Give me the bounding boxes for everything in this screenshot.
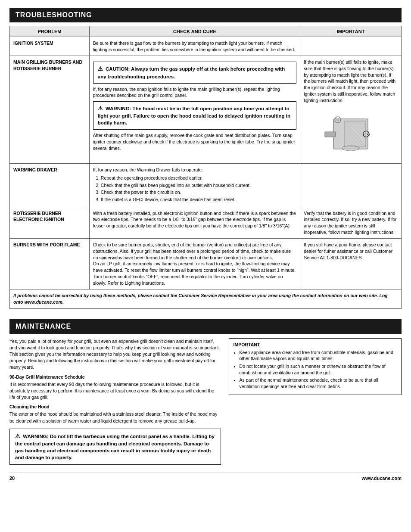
problem-label: IGNITION SYSTEM [10, 37, 90, 56]
page-footer: 20 www.ducane.com [9, 473, 402, 481]
list-item: As part of the normal maintenance schedu… [240, 377, 397, 389]
svg-point-15 [336, 118, 339, 121]
important-box-title: IMPORTANT [234, 342, 397, 347]
caution-icon: ⚠ [98, 65, 103, 72]
caution-block: ⚠ CAUTION: Always turn the gas supply of… [93, 62, 296, 83]
warning-icon: ⚠ [98, 105, 103, 112]
troubleshooting-table: PROBLEM CHECK and CURE IMPORTANT IGNITIO… [9, 26, 402, 309]
troubleshooting-title: TROUBLESHOOTING [9, 8, 402, 22]
list-item: Keep appliance area clear and free from … [240, 349, 397, 362]
burner-diagram-svg: A [321, 110, 381, 158]
col-header-problem: PROBLEM [10, 26, 90, 37]
list-item: Check that the grill has been plugged in… [101, 182, 296, 189]
website-url: www.ducane.com [361, 476, 402, 481]
warning-content: WARNING: Do not lift the barbecue using … [15, 434, 215, 460]
important-text: If the main burner(s) still fails to ign… [304, 59, 398, 103]
problem-label: ROTISSERIE BURNER ELECTRONIC IGNITION [10, 207, 90, 239]
footnote-row: If problems cannot be corrected by using… [10, 289, 402, 308]
check-ordered-list: Repeat the operating procedures describe… [101, 175, 296, 203]
maintenance-warning-block: ⚠ WARNING: Do not lift the barbecue usin… [9, 429, 221, 465]
schedule-text: It is recommended that every 90 days the… [9, 381, 221, 401]
maintenance-section: MAINTENANCE Yes, you paid a lot of money… [9, 319, 402, 465]
important-box: IMPORTANT Keep appliance area clear and … [229, 338, 402, 395]
problem-label: WARMING DRAWER [10, 164, 90, 207]
maintenance-right-col: IMPORTANT Keep appliance area clear and … [229, 338, 402, 465]
warning-text: WARNING: The hood must be in the full op… [98, 106, 290, 125]
cleaning-text: The exterior of the hood should be maint… [9, 411, 221, 424]
maintenance-warning-text: ⚠ WARNING: Do not lift the barbecue usin… [15, 432, 215, 461]
table-row: BURNERS WITH POOR FLAME Check to be sure… [10, 239, 402, 289]
check-cell: ⚠ CAUTION: Always turn the gas supply of… [89, 56, 300, 164]
important-text [300, 164, 402, 207]
important-text: Verify that the battery is in good condi… [300, 207, 402, 239]
maintenance-intro: Yes, you paid a lot of money for your gr… [9, 338, 221, 371]
svg-rect-13 [325, 132, 336, 137]
cleaning-title: Cleaning the Hood [9, 404, 221, 409]
page-number: 20 [9, 476, 15, 481]
maintenance-title: MAINTENANCE [9, 319, 402, 334]
warning-block: ⚠ WARNING: The hood must be in the full … [93, 101, 296, 130]
col-header-check: CHECK and CURE [89, 26, 300, 37]
list-item: If the outlet is a GFCI device, check th… [101, 196, 296, 203]
footnote-text: If problems cannot be corrected by using… [10, 289, 402, 308]
table-row: WARMING DRAWER If, for any reason, the W… [10, 164, 402, 207]
svg-rect-0 [333, 119, 368, 149]
table-row: IGNITION SYSTEM Be sure that there is ga… [10, 37, 402, 56]
check-after-warning: After shutting off the main gas supply, … [93, 132, 296, 151]
list-item: Check that the power to the circuit is o… [101, 189, 296, 196]
important-cell: If the main burner(s) still fails to ign… [300, 56, 402, 164]
check-text: Be sure that there is gas flow to the bu… [89, 37, 300, 56]
important-text [300, 37, 402, 56]
check-cell: If, for any reason, the Warming Drawer f… [89, 164, 300, 207]
caution-text: CAUTION: Always turn the gas supply off … [98, 66, 285, 79]
col-header-important: IMPORTANT [300, 26, 402, 37]
check-intro: If, for any reason, the Warming Drawer f… [93, 167, 296, 173]
maintenance-body: Yes, you paid a lot of money for your gr… [9, 338, 402, 465]
troubleshooting-section: TROUBLESHOOTING PROBLEM CHECK and CURE I… [9, 8, 402, 309]
table-row: MAIN GRILLING BURNERS AND ROTISSERIE BUR… [10, 56, 402, 164]
check-after-caution: If, for any reason, the snap ignition fa… [93, 86, 296, 99]
warning-icon: ⚠ [15, 433, 20, 439]
problem-label: MAIN GRILLING BURNERS AND ROTISSERIE BUR… [10, 56, 90, 164]
burner-diagram-area: A [304, 108, 398, 160]
list-item: Do not locate your grill in such a manne… [240, 363, 397, 376]
important-list: Keep appliance area clear and free from … [240, 349, 397, 390]
list-item: Repeat the operating procedures describe… [101, 175, 296, 181]
table-row: ROTISSERIE BURNER ELECTRONIC IGNITION Wi… [10, 207, 402, 239]
check-text: Check to be sure burner ports, shutter, … [89, 239, 300, 289]
important-text: If you still have a poor flame, please c… [300, 239, 402, 289]
problem-label: BURNERS WITH POOR FLAME [10, 239, 90, 289]
maintenance-left-col: Yes, you paid a lot of money for your gr… [9, 338, 221, 465]
check-text: With a fresh battery installed, push ele… [89, 207, 300, 239]
schedule-title: 90-Day Grill Maintenance Schedule [9, 374, 221, 380]
